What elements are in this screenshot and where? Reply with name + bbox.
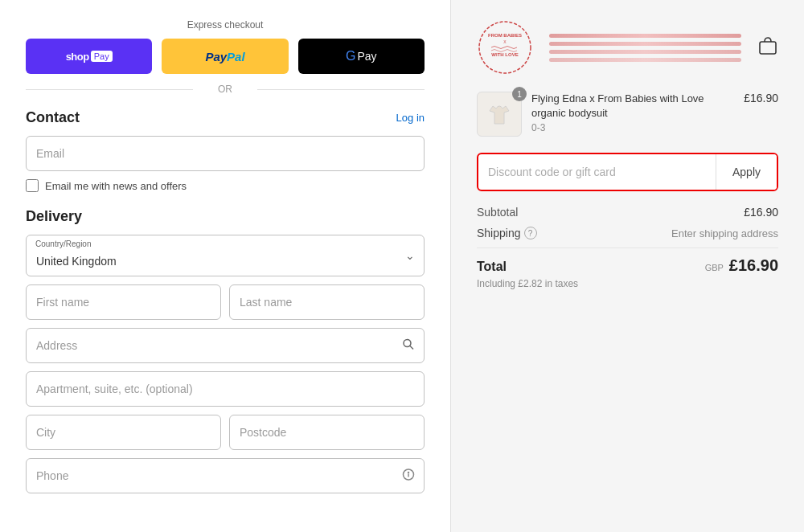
total-value: £16.90	[729, 256, 778, 274]
postcode-input[interactable]	[229, 415, 425, 450]
subtotal-row: Subtotal £16.90	[477, 206, 778, 219]
svg-rect-9	[760, 42, 776, 54]
delivery-section: Delivery Country/Region United Kingdom ⌄	[26, 208, 425, 493]
phone-wrapper	[26, 458, 425, 493]
newsletter-row: Email me with news and offers	[26, 179, 425, 192]
phone-info-icon	[402, 469, 415, 484]
product-price: £16.90	[744, 92, 778, 104]
shipping-label-wrap: Shipping ?	[477, 227, 537, 239]
svg-line-1	[410, 346, 413, 350]
contact-header: Contact Log in	[26, 109, 425, 126]
subtotal-label: Subtotal	[477, 206, 518, 219]
phone-input[interactable]	[26, 458, 425, 493]
express-checkout-label: Express checkout	[26, 19, 425, 31]
search-icon	[402, 338, 415, 354]
first-name-input[interactable]	[26, 284, 221, 320]
svg-text:X: X	[503, 39, 507, 44]
svg-point-5	[479, 22, 531, 73]
stamp-lines	[549, 34, 741, 62]
shipping-row: Shipping ? Enter shipping address	[477, 227, 778, 239]
city-input[interactable]	[26, 415, 221, 450]
gpay-button[interactable]: GPay	[298, 39, 425, 74]
log-in-link[interactable]: Log in	[396, 112, 425, 124]
paypal-button[interactable]: PayPal	[162, 39, 288, 74]
address-wrapper	[26, 328, 425, 363]
payment-buttons: shop Pay PayPal GPay	[26, 39, 425, 74]
tax-note: Including £2.82 in taxes	[477, 278, 778, 289]
discount-input[interactable]	[478, 154, 716, 190]
name-row	[26, 284, 425, 320]
email-input[interactable]	[26, 136, 425, 171]
country-label: Country/Region	[35, 239, 91, 248]
product-variant: 0-3	[531, 122, 734, 133]
total-value-wrap: GBP £16.90	[705, 256, 778, 275]
summary-divider	[477, 248, 778, 248]
city-postcode-row	[26, 415, 425, 450]
total-label: Total	[477, 260, 507, 274]
subtotal-value: £16.90	[744, 206, 778, 219]
shipping-label: Shipping	[477, 227, 521, 239]
country-select-wrapper: Country/Region United Kingdom ⌄	[26, 235, 425, 276]
svg-text:FROM BABIES: FROM BABIES	[488, 33, 522, 38]
express-checkout-section: Express checkout shop Pay PayPal GPay OR	[26, 19, 425, 95]
newsletter-label: Email me with news and offers	[45, 180, 187, 192]
bag-icon	[757, 35, 778, 60]
total-row: Total GBP £16.90	[477, 256, 778, 275]
product-badge: 1	[512, 87, 527, 101]
shipping-value: Enter shipping address	[671, 227, 778, 239]
svg-point-4	[408, 473, 409, 473]
or-divider: OR	[26, 84, 425, 95]
svg-text:WITH LOVE: WITH LOVE	[491, 52, 518, 57]
left-panel: Express checkout shop Pay PayPal GPay OR…	[0, 0, 450, 532]
right-panel: FROM BABIES X WITH LOVE	[450, 0, 804, 532]
delivery-title: Delivery	[26, 208, 425, 225]
discount-box: Apply	[477, 153, 778, 191]
contact-title: Contact	[26, 109, 80, 126]
contact-section: Contact Log in Email me with news and of…	[26, 109, 425, 192]
svg-point-0	[404, 340, 411, 347]
product-info: Flying Edna x From Babies with Love orga…	[531, 92, 734, 133]
address-input[interactable]	[26, 328, 425, 363]
product-name: Flying Edna x From Babies with Love orga…	[531, 92, 734, 121]
stamp-logo: FROM BABIES X WITH LOVE	[477, 19, 533, 76]
shop-pay-button[interactable]: shop Pay	[26, 39, 152, 74]
stamp-area: FROM BABIES X WITH LOVE	[477, 19, 778, 76]
total-currency: GBP	[705, 263, 724, 272]
last-name-input[interactable]	[229, 284, 425, 320]
shipping-info-icon[interactable]: ?	[524, 227, 537, 239]
product-image-wrap: 1	[477, 92, 522, 137]
apply-button[interactable]: Apply	[716, 154, 777, 190]
apartment-input[interactable]	[26, 371, 425, 407]
product-row: 1 Flying Edna x From Babies with Love or…	[477, 92, 778, 137]
newsletter-checkbox[interactable]	[26, 179, 39, 192]
